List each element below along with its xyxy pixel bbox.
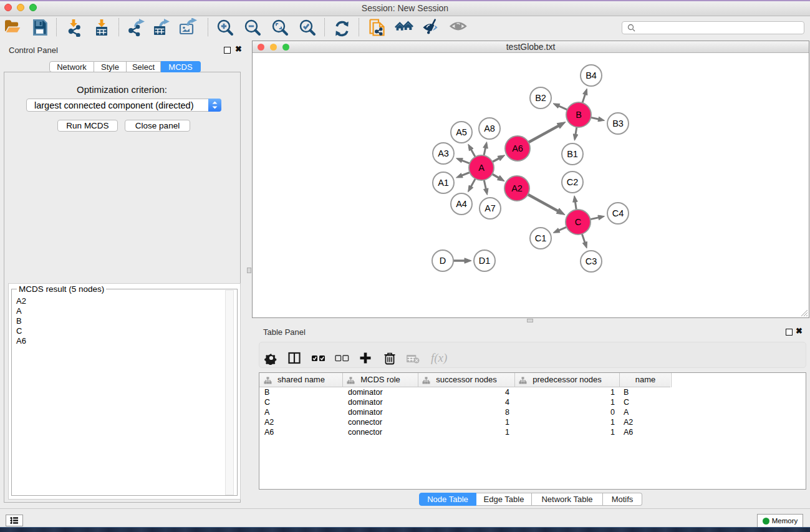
svg-text:A4: A4 (456, 199, 467, 209)
svg-text:A7: A7 (485, 203, 496, 213)
svg-text:A8: A8 (484, 123, 495, 133)
svg-text:B4: B4 (586, 70, 597, 80)
svg-text:C1: C1 (535, 233, 547, 243)
svg-text:B1: B1 (567, 149, 578, 159)
svg-text:A1: A1 (438, 178, 449, 188)
svg-text:A: A (478, 163, 485, 173)
svg-text:B: B (576, 110, 582, 120)
svg-text:A3: A3 (438, 148, 449, 158)
svg-text:C3: C3 (586, 256, 597, 266)
svg-text:D: D (440, 256, 446, 266)
svg-text:A5: A5 (456, 127, 467, 137)
svg-text:D1: D1 (479, 256, 491, 266)
svg-text:C4: C4 (612, 208, 624, 218)
svg-text:C: C (575, 217, 581, 227)
svg-text:C2: C2 (567, 177, 579, 187)
svg-text:A2: A2 (511, 183, 523, 193)
svg-text:B2: B2 (535, 93, 546, 103)
svg-text:f(x): f(x) (431, 351, 447, 365)
svg-text:A6: A6 (512, 143, 523, 153)
svg-text:B3: B3 (612, 118, 624, 128)
